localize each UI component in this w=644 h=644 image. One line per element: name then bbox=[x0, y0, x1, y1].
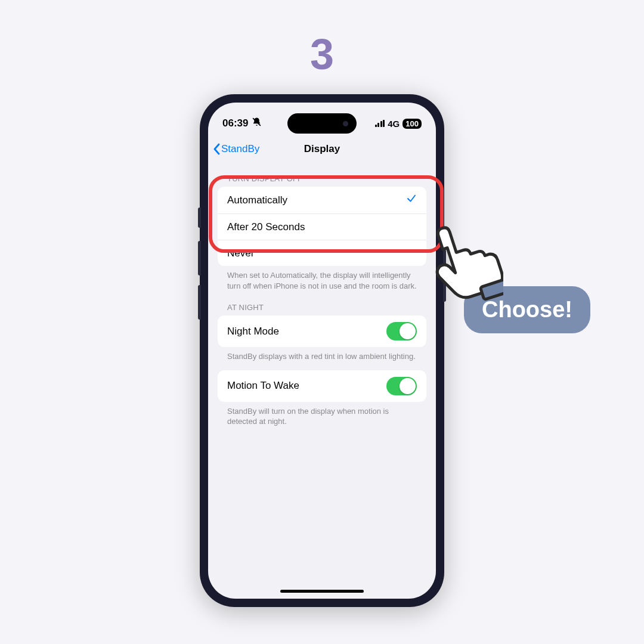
phone-side-button bbox=[198, 208, 201, 228]
night-mode-row[interactable]: Night Mode bbox=[218, 315, 426, 347]
section-footer-turn-off: When set to Automatically, the display w… bbox=[218, 266, 426, 291]
bell-slash-icon bbox=[252, 117, 262, 130]
pointing-hand-icon bbox=[426, 219, 503, 309]
night-mode-group: Night Mode bbox=[218, 315, 426, 347]
chevron-left-icon bbox=[213, 143, 220, 155]
signal-icon bbox=[375, 120, 385, 127]
page-title: Display bbox=[304, 143, 340, 155]
night-mode-toggle[interactable] bbox=[386, 322, 417, 340]
motion-group: Motion To Wake bbox=[218, 370, 426, 402]
option-label: Never bbox=[227, 247, 254, 259]
battery-indicator: 100 bbox=[402, 119, 422, 129]
dynamic-island bbox=[287, 113, 357, 134]
night-mode-footer: StandBy displays with a red tint in low … bbox=[218, 347, 426, 362]
motion-to-wake-toggle[interactable] bbox=[386, 377, 417, 395]
section-header-night: AT NIGHT bbox=[218, 291, 426, 315]
network-label: 4G bbox=[388, 119, 400, 129]
motion-footer: StandBy will turn on the display when mo… bbox=[218, 402, 426, 427]
option-label: After 20 Seconds bbox=[227, 221, 305, 233]
night-mode-label: Night Mode bbox=[227, 326, 279, 338]
phone-side-button bbox=[198, 241, 201, 275]
section-header-turn-off: TURN DISPLAY OFF bbox=[218, 162, 426, 187]
phone-frame: 06:39 4G 100 StandBy Display TURN DISPLA… bbox=[200, 94, 444, 607]
checkmark-icon bbox=[406, 193, 417, 207]
home-indicator[interactable] bbox=[280, 590, 364, 593]
camera-dot bbox=[343, 121, 348, 126]
nav-bar: StandBy Display bbox=[208, 136, 436, 162]
motion-to-wake-label: Motion To Wake bbox=[227, 380, 299, 392]
status-time: 06:39 bbox=[222, 117, 248, 129]
back-button[interactable]: StandBy bbox=[213, 143, 259, 155]
phone-side-button bbox=[198, 285, 201, 320]
option-after-20-seconds[interactable]: After 20 Seconds bbox=[218, 213, 426, 240]
option-never[interactable]: Never bbox=[218, 240, 426, 266]
turn-off-options-group: Automatically After 20 Seconds Never bbox=[218, 187, 426, 266]
back-label: StandBy bbox=[221, 143, 259, 155]
option-automatically[interactable]: Automatically bbox=[218, 187, 426, 213]
option-label: Automatically bbox=[227, 194, 287, 206]
step-number: 3 bbox=[310, 30, 334, 79]
phone-screen: 06:39 4G 100 StandBy Display TURN DISPLA… bbox=[208, 103, 436, 599]
motion-to-wake-row[interactable]: Motion To Wake bbox=[218, 370, 426, 402]
